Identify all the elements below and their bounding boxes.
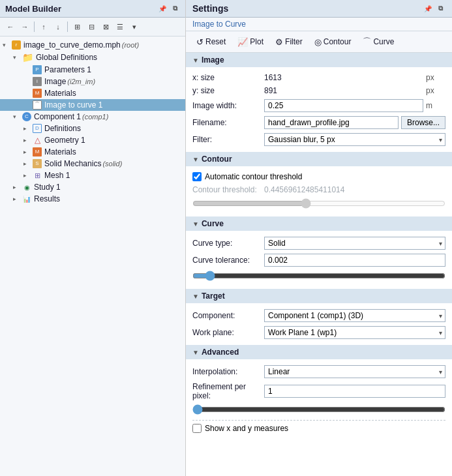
- tree-item-params[interactable]: P Parameters 1: [0, 64, 185, 76]
- image-section-title: Image: [202, 55, 224, 65]
- filename-group: Browse...: [264, 116, 445, 129]
- filter-field-label: Filter:: [192, 135, 264, 144]
- contour-section-title: Contour: [202, 155, 232, 164]
- curve-slider[interactable]: [192, 271, 445, 281]
- curve-tolerance-row: Curve tolerance:: [192, 252, 445, 269]
- window-icon[interactable]: ⧉: [170, 3, 180, 14]
- contour-slider[interactable]: [192, 198, 445, 209]
- target-section-body: Component: Component 1 (comp1) (3D) ▾ Wo…: [186, 303, 452, 345]
- ysize-label: y: size: [192, 86, 264, 95]
- interpolation-select-wrapper: Linear Cubic Piecewise cubic ▾: [264, 365, 445, 378]
- tree-item-mats[interactable]: ▸ M Materials: [0, 146, 185, 158]
- contour-slider-row: [192, 196, 445, 213]
- tree-item-geo[interactable]: ▸ △ Geometry 1: [0, 134, 185, 146]
- workplane-row: Work plane: Work Plane 1 (wp1) ▾: [192, 324, 445, 341]
- tree-item-defs[interactable]: ▸ D Definitions: [0, 123, 185, 134]
- auto-contour-checkbox[interactable]: [192, 172, 202, 181]
- reset-button[interactable]: ↺ Reset: [192, 36, 230, 48]
- curve-slider-row: [192, 269, 445, 285]
- rp-header-icons: 📌 ⧉: [423, 3, 445, 14]
- settings-title: Settings: [192, 3, 228, 14]
- curve-label: Curve: [373, 37, 394, 46]
- tree-item-comp[interactable]: ▾ C Component 1(comp1): [0, 111, 185, 123]
- component-label: Component:: [192, 311, 264, 320]
- ysize-unit: px: [426, 86, 445, 95]
- tree-item-mesh[interactable]: ▸ ⊞ Mesh 1: [0, 170, 185, 181]
- plot-button[interactable]: 📈 Plot: [234, 36, 267, 48]
- image-section-body: x: size 1613 px y: size 891 px Image wid…: [186, 67, 452, 152]
- move-down-button[interactable]: ↓: [52, 20, 65, 33]
- width-input[interactable]: [264, 99, 423, 112]
- tree-item-materials[interactable]: M Materials: [0, 87, 185, 99]
- refine-row: Refinement per pixel:: [192, 380, 445, 402]
- curve-type-row: Curve type: Solid Open Closed ▾: [192, 235, 445, 252]
- collapse-button[interactable]: ⊟: [85, 20, 98, 33]
- curve-tolerance-label: Curve tolerance:: [192, 256, 264, 265]
- rp-pin-icon[interactable]: 📌: [423, 3, 433, 14]
- xsize-row: x: size 1613 px: [192, 71, 445, 84]
- right-panel: Settings 📌 ⧉ Image to Curve ↺ Reset 📈 Pl…: [186, 0, 452, 476]
- advanced-section-body: Interpolation: Linear Cubic Piecewise cu…: [186, 359, 452, 439]
- tree-item-curve[interactable]: ⌒ Image to curve 1: [0, 99, 185, 111]
- target-section-header[interactable]: ▼ Target: [186, 289, 452, 303]
- tree-item-solid[interactable]: ▸ S Solid Mechanics(solid): [0, 158, 185, 170]
- settings-subtitle: Image to Curve: [186, 18, 452, 31]
- curve-section-header[interactable]: ▼ Curve: [186, 216, 452, 231]
- menu-button[interactable]: ▾: [128, 20, 141, 33]
- tree-item-root[interactable]: ▾ r image_to_curve_demo.mph(root): [0, 39, 185, 51]
- interpolation-select[interactable]: Linear Cubic Piecewise cubic: [264, 365, 445, 378]
- settings-toolbar: ↺ Reset 📈 Plot ⚙ Filter ◎ Contour ⌒ Curv…: [186, 31, 452, 53]
- curve-section-body: Curve type: Solid Open Closed ▾ Curve to…: [186, 231, 452, 289]
- target-section-title: Target: [202, 291, 225, 301]
- curve-button[interactable]: ⌒ Curve: [359, 35, 398, 49]
- refine-label: Refinement per pixel:: [192, 382, 264, 400]
- pin-icon[interactable]: 📌: [157, 3, 168, 14]
- advanced-section-header[interactable]: ▼ Advanced: [186, 345, 452, 359]
- filter-button[interactable]: ⚙ Filter: [271, 36, 307, 48]
- panel-header: Model Builder 📌 ⧉: [0, 0, 185, 18]
- refine-slider-row: [192, 402, 445, 419]
- advanced-divider: [192, 420, 445, 421]
- curve-tolerance-input[interactable]: [264, 254, 445, 267]
- tree-item-results[interactable]: ▸ 📊 Results: [0, 193, 185, 205]
- filter-row: Filter: Gaussian blur, 5 px No filter Me…: [192, 131, 445, 148]
- list-button[interactable]: ☰: [113, 20, 127, 33]
- rp-window-icon[interactable]: ⧉: [435, 3, 445, 14]
- filename-row: Filename: Browse...: [192, 114, 445, 131]
- contour-section-body: Automatic contour threshold Contour thre…: [186, 166, 452, 216]
- tree-item-image[interactable]: i Image(i2m_im): [0, 76, 185, 87]
- component-select[interactable]: Component 1 (comp1) (3D): [264, 309, 445, 322]
- model-tree: ▾ r image_to_curve_demo.mph(root) ▾ 📁 Gl…: [0, 37, 185, 476]
- show-measures-checkbox[interactable]: [192, 424, 202, 433]
- forward-button[interactable]: →: [18, 20, 31, 33]
- workplane-select[interactable]: Work Plane 1 (wp1): [264, 326, 445, 339]
- grid-button[interactable]: ⊠: [99, 20, 112, 33]
- image-section-header[interactable]: ▼ Image: [186, 53, 452, 67]
- contour-threshold-label: Contour threshold:: [192, 185, 264, 194]
- show-measures-label: Show x and y measures: [205, 424, 288, 433]
- plot-icon: 📈: [237, 37, 248, 47]
- contour-section-header[interactable]: ▼ Contour: [186, 152, 452, 166]
- expand-button[interactable]: ⊞: [70, 20, 83, 33]
- curve-type-label: Curve type:: [192, 239, 264, 248]
- width-row: Image width: m: [192, 97, 445, 114]
- tree-item-study[interactable]: ▸ ◉ Study 1: [0, 181, 185, 193]
- reset-icon: ↺: [196, 37, 203, 47]
- refine-input[interactable]: [264, 385, 445, 398]
- xsize-value: 1613: [264, 73, 423, 82]
- tree-item-global[interactable]: ▾ 📁 Global Definitions: [0, 51, 185, 64]
- advanced-section-title: Advanced: [202, 348, 239, 357]
- back-button[interactable]: ←: [4, 20, 17, 33]
- refine-slider[interactable]: [192, 404, 445, 415]
- filter-label: Filter: [285, 37, 303, 46]
- browse-button[interactable]: Browse...: [401, 116, 445, 129]
- filename-input[interactable]: [264, 116, 399, 129]
- curve-type-select-wrapper: Solid Open Closed ▾: [264, 237, 445, 250]
- interpolation-label: Interpolation:: [192, 367, 264, 376]
- contour-button[interactable]: ◎ Contour: [310, 36, 355, 48]
- curve-type-select[interactable]: Solid Open Closed: [264, 237, 445, 250]
- move-up-button[interactable]: ↑: [37, 20, 50, 33]
- settings-content: ▼ Image x: size 1613 px y: size 891 px I…: [186, 53, 452, 476]
- filter-select[interactable]: Gaussian blur, 5 px No filter Median fil…: [264, 133, 445, 146]
- tree-toolbar: ← → ↑ ↓ ⊞ ⊟ ⊠ ☰ ▾: [0, 18, 185, 37]
